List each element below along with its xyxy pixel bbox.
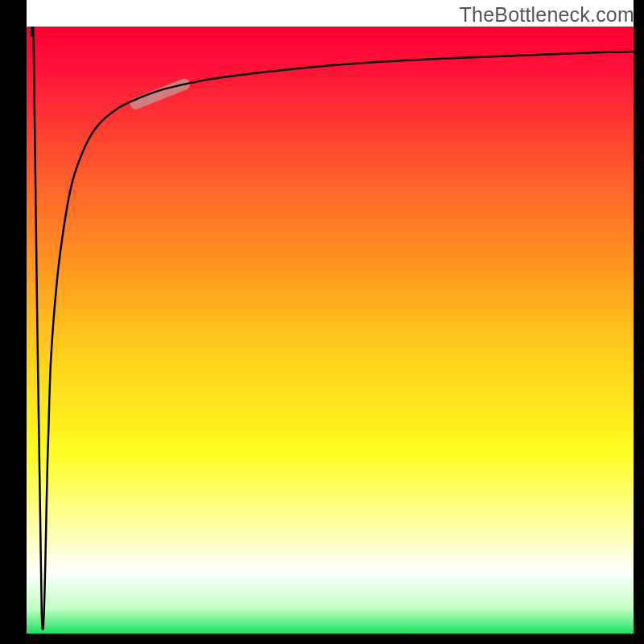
chart-svg — [0, 0, 644, 644]
axis-bottom-margin — [0, 634, 644, 644]
axis-right-margin — [634, 0, 644, 644]
plot-background — [27, 27, 634, 634]
axis-left-margin — [0, 0, 27, 644]
chart-container: TheBottleneck.com — [0, 0, 644, 644]
watermark-text: TheBottleneck.com — [460, 3, 634, 27]
